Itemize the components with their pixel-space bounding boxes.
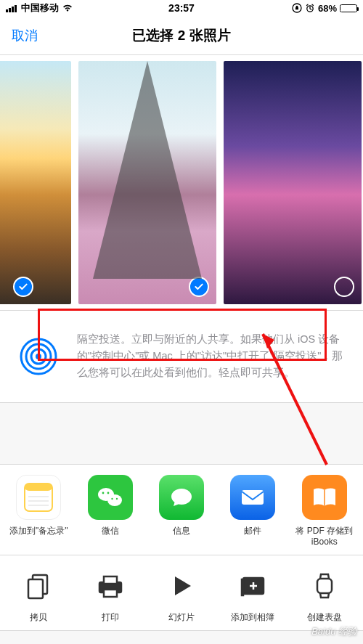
lock-orientation-icon [292,3,302,13]
watchface-icon [304,566,345,606]
action-label: 幻灯片 [168,612,195,623]
svg-point-19 [102,492,104,494]
battery-icon [340,4,357,12]
share-ibooks[interactable]: 将 PDF 存储到 iBooks [289,475,360,547]
notes-app-icon [16,475,61,520]
action-print[interactable]: 打印 [74,566,145,623]
messages-app-icon [159,475,204,520]
carrier-label: 中国移动 [21,1,59,15]
action-label: 打印 [102,612,119,623]
app-label: 微信 [102,526,119,537]
selected-checkmark-icon[interactable] [189,277,209,297]
svg-rect-1 [9,8,11,12]
airdrop-icon[interactable] [13,331,64,382]
action-slideshow[interactable]: 幻灯片 [146,566,217,623]
svg-rect-31 [242,579,243,595]
svg-rect-26 [28,579,43,598]
svg-rect-23 [242,490,264,505]
svg-rect-29 [104,590,117,597]
copy-icon [18,566,59,606]
action-label: 添加到相簿 [231,612,274,623]
action-row[interactable]: 拷贝 打印 幻灯片 添加到相簿 创建表盘 [0,555,363,631]
svg-rect-28 [104,576,117,584]
ibooks-app-icon [302,475,347,520]
action-create-watchface[interactable]: 创建表盘 [289,566,360,623]
app-label: 将 PDF 存储到 iBooks [289,526,360,547]
svg-point-11 [36,354,41,359]
photo-thumbnail[interactable] [224,61,362,304]
svg-point-20 [107,492,109,494]
svg-rect-2 [12,7,14,12]
cancel-button[interactable]: 取消 [12,27,38,44]
selected-checkmark-icon[interactable] [13,277,33,297]
slideshow-icon [161,566,202,606]
app-label: 信息 [173,526,190,537]
share-wechat[interactable]: 微信 [74,475,145,547]
app-share-row[interactable]: 添加到"备忘录" 微信 信息 邮件 将 PDF 存储到 iBooks [0,464,363,555]
status-left: 中国移动 [6,1,73,15]
nav-bar: 取消 已选择 2 张照片 [0,16,363,55]
svg-rect-3 [15,5,17,12]
annotation-arrow [254,327,256,327]
photo-strip[interactable] [0,55,363,311]
clock-label: 23:57 [168,2,195,14]
action-copy[interactable]: 拷贝 [3,566,74,623]
nav-title: 已选择 2 张照片 [132,26,230,45]
app-label: 添加到"备忘录" [9,526,68,537]
status-right: 68% [292,3,357,14]
photo-thumbnail[interactable] [0,61,71,304]
svg-point-21 [111,498,113,500]
action-label: 拷贝 [30,612,47,623]
svg-point-22 [115,498,117,500]
alarm-icon [305,3,315,13]
airdrop-section: 隔空投送。立即与附近的人共享。如果他们从 iOS 设备的"控制中心"或 Mac … [0,311,363,403]
svg-rect-0 [6,9,8,12]
svg-rect-13 [25,484,52,491]
action-add-to-album[interactable]: 添加到相簿 [217,566,288,623]
photo-thumbnail[interactable] [78,61,216,304]
section-gap [0,403,363,464]
battery-pct-label: 68% [318,3,337,14]
wechat-app-icon [88,475,133,520]
svg-point-18 [107,494,122,506]
add-to-album-icon [232,566,273,606]
app-label: 邮件 [244,526,261,537]
signal-icon [6,4,18,12]
print-icon [90,566,131,606]
mail-app-icon [230,475,275,520]
unselected-circle-icon[interactable] [334,277,354,297]
share-messages[interactable]: 信息 [146,475,217,547]
wifi-icon [62,4,73,12]
svg-rect-34 [317,579,332,593]
airdrop-description: 隔空投送。立即与附近的人共享。如果他们从 iOS 设备的"控制中心"或 Mac … [77,331,350,382]
share-mail[interactable]: 邮件 [217,475,288,547]
share-notes[interactable]: 添加到"备忘录" [3,475,74,547]
action-label: 创建表盘 [307,612,342,623]
status-bar: 中国移动 23:57 68% [0,0,363,16]
